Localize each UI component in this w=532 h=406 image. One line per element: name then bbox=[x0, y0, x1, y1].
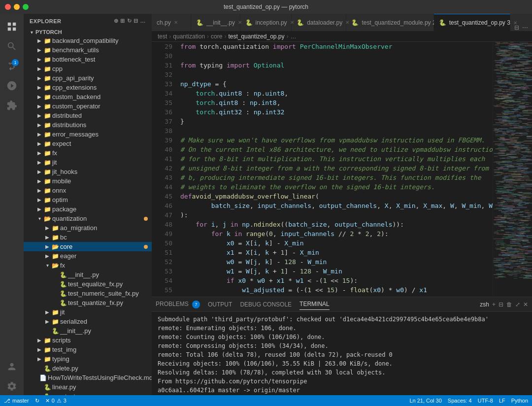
terminal-maximize-icon[interactable]: ⤢ bbox=[515, 301, 520, 308]
tab-init-py[interactable]: 🐍 __init__.py ✕ bbox=[191, 14, 240, 31]
tab-output[interactable]: OUTPUT bbox=[208, 299, 232, 310]
new-file-icon[interactable]: ⊕ bbox=[114, 18, 119, 24]
line-numbers: 2930313233 3435363738 3940414243 4445464… bbox=[152, 42, 176, 297]
tree-item-custom_backend[interactable]: ▶📁custom_backend bbox=[24, 92, 152, 102]
tree-item-distributions[interactable]: ▶📁distributions bbox=[24, 120, 152, 130]
tree-item-delete[interactable]: ▶🐍delete.py bbox=[24, 364, 152, 373]
tree-item-jit_hooks[interactable]: ▶📁jit_hooks bbox=[24, 167, 152, 176]
tree-item-onnx[interactable]: ▶📁onnx bbox=[24, 186, 152, 195]
breadcrumb-file[interactable]: test_quantized_op.py bbox=[228, 33, 284, 40]
tree-item-mobile[interactable]: ▶📁mobile bbox=[24, 176, 152, 186]
new-folder-icon[interactable]: ⊞ bbox=[120, 18, 125, 24]
activity-settings[interactable] bbox=[3, 377, 21, 395]
tree-item-linear[interactable]: ▶🐍linear.py bbox=[24, 382, 152, 392]
tree-item-cpp_extensions[interactable]: ▶📁cpp_extensions bbox=[24, 83, 152, 92]
tree-item-eager[interactable]: ▶📁eager bbox=[24, 251, 152, 261]
tree-item-test_equalize_fx[interactable]: ▶🐍test_equalize_fx.py bbox=[24, 279, 152, 289]
tab-inception-py[interactable]: 🐍 inception.py ✕ bbox=[240, 14, 292, 31]
tree-item-backward_compatibility[interactable]: ▶📁backward_compatibility bbox=[24, 36, 152, 45]
tree-item-optim[interactable]: ▶📁optim bbox=[24, 195, 152, 204]
status-sync[interactable]: ↻ bbox=[35, 398, 39, 404]
titlebar: test_quantized_op.py — pytorch bbox=[0, 0, 532, 14]
tab-test-quantized-module[interactable]: 🐍 test_quantized_module.py 2 ✕ bbox=[346, 14, 433, 31]
tab-close-icon[interactable]: ✕ bbox=[439, 20, 443, 25]
status-spaces[interactable]: Spaces: 4 bbox=[448, 398, 472, 404]
breadcrumb-test[interactable]: test bbox=[158, 33, 167, 40]
tree-item-run_test[interactable]: ▶🐍run_test.py bbox=[24, 392, 152, 395]
tab-problems[interactable]: PROBLEMS 7 bbox=[156, 299, 200, 310]
tree-item-expect[interactable]: ▶📁expect bbox=[24, 139, 152, 148]
activity-search[interactable] bbox=[3, 37, 21, 55]
terminal-shell-label: zsh bbox=[480, 301, 489, 308]
terminal-trash-icon[interactable]: 🗑 bbox=[506, 301, 512, 308]
activity-explorer[interactable] bbox=[3, 18, 21, 35]
tab-close-icon[interactable]: ✕ bbox=[513, 20, 517, 26]
tree-item-test_quantize_fx[interactable]: ▶🐍test_quantize_fx.py bbox=[24, 298, 152, 307]
tab-terminal[interactable]: TERMINAL bbox=[299, 299, 330, 310]
tree-item-howtowrite[interactable]: ▶📄HowToWriteTestsUsingFileCheck.md bbox=[24, 373, 152, 382]
terminal-split-icon[interactable]: ⊟ bbox=[499, 301, 503, 308]
status-branch[interactable]: ⎇ master bbox=[4, 398, 29, 404]
terminal-add-icon[interactable]: + bbox=[492, 301, 496, 308]
refresh-icon[interactable]: ↻ bbox=[127, 18, 132, 24]
activity-source-control[interactable] bbox=[3, 57, 21, 75]
tree-item-scripts[interactable]: ▶📁scripts bbox=[24, 336, 152, 345]
tree-item-test_img[interactable]: ▶📁test_img bbox=[24, 345, 152, 354]
activity-run[interactable] bbox=[3, 77, 21, 95]
tree-item-custom_operator[interactable]: ▶📁custom_operator bbox=[24, 102, 152, 111]
tab-test-quantized-op[interactable]: 🐍 test_quantized_op.py 3 ✕ bbox=[434, 14, 510, 31]
tree-item-jit[interactable]: ▶📁jit bbox=[24, 158, 152, 167]
tree-item-cpp[interactable]: ▶📁cpp bbox=[24, 64, 152, 73]
editor-area: ch.py ✕ 🐍 __init__.py ✕ 🐍 inception.py ✕… bbox=[152, 14, 532, 395]
terminal-close-icon[interactable]: ✕ bbox=[523, 301, 528, 308]
tree-item-quantization[interactable]: ▾ 📂 quantization bbox=[24, 214, 152, 223]
terminal-content[interactable]: Submodule path 'third_party/protobuf': c… bbox=[152, 312, 532, 395]
tab-close-icon[interactable]: ✕ bbox=[238, 20, 242, 25]
tab-dataloader-py[interactable]: 🐍 dataloader.py ✕ bbox=[292, 14, 346, 31]
breadcrumb-core[interactable]: core bbox=[211, 33, 222, 40]
tree-item-cpp_api_parity[interactable]: ▶📁cpp_api_parity bbox=[24, 73, 152, 83]
status-encoding[interactable]: UTF-8 bbox=[478, 398, 493, 404]
tree-item-serialized[interactable]: ▶📁serialized bbox=[24, 317, 152, 326]
activity-account[interactable] bbox=[3, 358, 21, 375]
tree-item-typing[interactable]: ▶📁typing bbox=[24, 354, 152, 364]
breadcrumb-quantization[interactable]: quantization bbox=[173, 33, 205, 40]
breadcrumb-symbol[interactable]: … bbox=[291, 33, 297, 40]
tab-close-icon[interactable]: ✕ bbox=[174, 20, 178, 25]
tree-item-bottleneck_test[interactable]: ▶📁bottleneck_test bbox=[24, 55, 152, 64]
tree-item-package[interactable]: ▶📁package bbox=[24, 204, 152, 214]
tab-ch-py[interactable]: ch.py ✕ bbox=[152, 14, 191, 31]
tree-item-error_messages[interactable]: ▶📁error_messages bbox=[24, 130, 152, 139]
close-button[interactable] bbox=[5, 4, 11, 10]
tree-root-pytorch[interactable]: ▾ PYTORCH bbox=[24, 28, 152, 36]
tree-item-fx-init[interactable]: ▶🐍__init__.py bbox=[24, 270, 152, 279]
tree-item-ao_migration[interactable]: ▶📁ao_migration bbox=[24, 223, 152, 233]
maximize-button[interactable] bbox=[23, 4, 29, 10]
status-eol[interactable]: LF bbox=[499, 398, 505, 404]
tree-item-test_numeric_suite_fx[interactable]: ▶🐍test_numeric_suite_fx.py bbox=[24, 289, 152, 298]
tree-item-quantization-init[interactable]: ▶🐍__init__.py bbox=[24, 326, 152, 336]
tab-debug-console[interactable]: DEBUG CONSOLE bbox=[240, 299, 292, 310]
tab-icon: 🐍 bbox=[297, 19, 304, 26]
more-editor-icon[interactable]: ⋯ bbox=[522, 24, 528, 31]
status-errors[interactable]: ✕ 0 ⚠ 3 bbox=[45, 398, 66, 404]
terminal-line: Receiving objects: 100% (106/106), 35.55… bbox=[158, 359, 526, 368]
tab-close-icon[interactable]: ✕ bbox=[345, 20, 349, 25]
tree-item-fx[interactable]: ▶📁fx bbox=[24, 148, 152, 158]
collapse-icon[interactable]: ⊟ bbox=[133, 18, 138, 24]
more-actions-icon[interactable]: … bbox=[140, 18, 146, 24]
tree-item-quantization-fx[interactable]: ▾📂fx bbox=[24, 261, 152, 270]
tree-item-bc[interactable]: ▶📁bc bbox=[24, 233, 152, 242]
minimize-button[interactable] bbox=[14, 4, 20, 10]
problems-badge: 7 bbox=[192, 301, 200, 308]
tree-item-benchmark_utils[interactable]: ▶📁benchmark_utils bbox=[24, 45, 152, 55]
tab-close-icon[interactable]: ✕ bbox=[290, 20, 294, 25]
status-language[interactable]: Python bbox=[511, 398, 528, 404]
status-line-col[interactable]: Ln 21, Col 30 bbox=[409, 398, 441, 404]
tree-item-core[interactable]: ▶ 📂 core bbox=[24, 242, 152, 251]
activity-extensions[interactable] bbox=[3, 97, 21, 114]
tree-item-quantization-jit[interactable]: ▶📁jit bbox=[24, 307, 152, 317]
tree-item-distributed[interactable]: ▶📁distributed bbox=[24, 111, 152, 120]
code-text[interactable]: from torch.quantization import PerChanne… bbox=[176, 42, 493, 297]
window-controls[interactable] bbox=[5, 4, 29, 10]
